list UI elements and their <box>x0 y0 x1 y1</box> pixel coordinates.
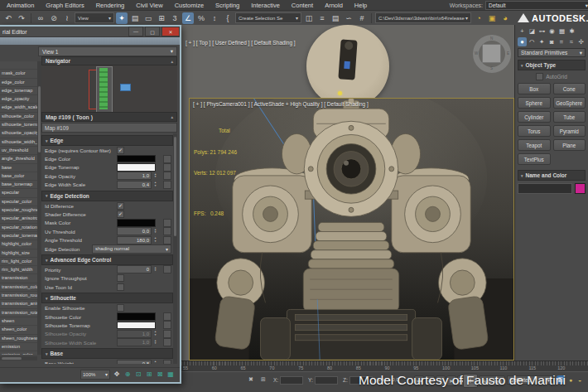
navigator-preview[interactable] <box>41 65 177 112</box>
edge-color-swatch[interactable] <box>117 155 156 163</box>
parameter-list-item[interactable]: transmission_color <box>0 283 37 292</box>
parameter-list-item[interactable]: transmission_rotati <box>0 309 37 317</box>
rendered-frame-icon[interactable]: ▣ <box>486 12 498 24</box>
viewcube[interactable]: N W E S <box>473 35 511 73</box>
base-weight-map-button[interactable] <box>163 360 171 364</box>
parameter-list-item[interactable]: specular_tonemap <box>0 232 37 240</box>
close-button[interactable]: ✕ <box>161 27 180 36</box>
parameter-list-item[interactable]: emission_color <box>0 351 37 355</box>
edge-width-map-button[interactable] <box>163 181 171 189</box>
silhouette-opacity-spinner[interactable]: 1,0 <box>117 330 152 338</box>
object-type-button[interactable]: GeoSphere <box>553 97 586 109</box>
parameter-list-item[interactable]: base_tonemap <box>0 181 37 189</box>
primitive-category-dropdown[interactable]: Standard Primitives▾ <box>518 48 586 57</box>
mask-color-swatch[interactable] <box>117 219 156 227</box>
parameter-list-item[interactable]: mask_color <box>0 70 37 78</box>
undo-icon[interactable]: ↶ <box>2 12 14 24</box>
object-type-button[interactable]: Torus <box>518 125 551 137</box>
base-weight-spinner[interactable]: 0,8 <box>117 360 152 364</box>
object-type-button[interactable]: Cone <box>553 83 586 94</box>
parameter-list-item[interactable]: base_color <box>0 172 37 181</box>
silhouette-rollout[interactable]: ▾ Silhouette <box>41 293 173 303</box>
silhouette-color-swatch[interactable] <box>117 312 156 321</box>
parameter-list-item[interactable]: specular <box>0 189 37 197</box>
pan-icon[interactable]: ✥ <box>113 370 121 379</box>
object-type-button[interactable]: Cylinder <box>518 111 551 123</box>
parameter-list-item[interactable]: transmission <box>0 274 37 283</box>
viewcube-face[interactable] <box>482 44 501 63</box>
hierarchy-tab-icon[interactable]: ⊶ <box>537 27 547 36</box>
parameter-list-item[interactable]: transmission_aniso <box>0 300 37 308</box>
menu-item[interactable]: Customize <box>175 2 204 9</box>
align-icon[interactable]: ≡ <box>316 12 328 24</box>
parameter-list-item[interactable]: silhouette_opacity <box>0 129 37 138</box>
id-difference-checkbox[interactable] <box>117 202 124 210</box>
parameter-list-item[interactable]: angle_threshold <box>0 155 37 163</box>
select-by-name-icon[interactable]: ▤ <box>129 12 141 24</box>
redo-icon[interactable]: ↷ <box>16 12 27 24</box>
parameter-list-item[interactable]: sheen <box>0 317 37 326</box>
zoom-extents-icon[interactable]: ⊞ <box>145 370 153 379</box>
helpers-icon[interactable]: ⌗ <box>557 37 566 46</box>
parameter-list-item[interactable] <box>0 61 37 70</box>
grid-icon[interactable]: ⊞ <box>259 375 267 384</box>
create-tab-icon[interactable]: + <box>518 27 527 36</box>
select-region-icon[interactable]: ▭ <box>142 12 154 24</box>
selection-set-dropdown[interactable]: Create Selection Se▾ <box>235 12 301 23</box>
menu-item[interactable]: Scripting <box>215 2 239 9</box>
view-tab[interactable]: View 1▾ <box>38 46 177 56</box>
silhouette-opacity-map-button[interactable] <box>163 330 171 338</box>
spinner-snap-icon[interactable]: ↕ <box>209 12 220 24</box>
silhouette-color-map-button[interactable] <box>163 312 171 321</box>
render-production-icon[interactable]: ◕ <box>499 12 511 24</box>
lock-selection-icon[interactable]: ✖ <box>247 375 255 384</box>
parameter-list-item[interactable]: edge_tonemap <box>0 87 37 95</box>
enable-silhouette-checkbox[interactable] <box>117 304 124 312</box>
parameter-list-item[interactable]: emission <box>0 343 37 351</box>
parameter-list-item[interactable]: specular_color <box>0 198 37 206</box>
parameter-list-item[interactable]: transmission_rough <box>0 292 37 300</box>
angle-threshold-spinner[interactable]: 180,0 <box>117 236 152 244</box>
ignore-throughput-checkbox[interactable] <box>117 274 124 282</box>
y-coordinate-field[interactable] <box>315 376 338 385</box>
object-type-button[interactable]: Box <box>518 83 551 94</box>
select-object-icon[interactable]: ✦ <box>116 12 128 24</box>
parameter-list-item[interactable]: sheen_roughness <box>0 335 37 343</box>
base-rollout[interactable]: ▾ Base <box>41 348 173 359</box>
zoom-region-icon[interactable]: ⊡ <box>134 370 142 379</box>
parameter-list-item[interactable]: edge_width_scale <box>0 104 37 112</box>
menu-item[interactable]: Interactive <box>251 2 280 9</box>
object-type-button[interactable]: TextPlus <box>518 153 551 165</box>
parameter-list-item[interactable]: edge_opacity <box>0 95 37 104</box>
object-type-button[interactable]: Tube <box>553 111 586 123</box>
zoom-extents-selected-icon[interactable]: ⊠ <box>156 370 164 379</box>
edge-opacity-map-button[interactable] <box>163 172 171 180</box>
shapes-icon[interactable]: ◠ <box>528 37 537 46</box>
parameter-list-item[interactable]: uv_threshold <box>0 147 37 155</box>
priority-spinner[interactable]: 0 <box>117 265 152 273</box>
edge-tonemap-swatch[interactable] <box>117 163 156 172</box>
parameter-list-item[interactable]: sheen_color <box>0 326 37 334</box>
parameter-list-item[interactable]: base <box>0 164 37 172</box>
parameter-list-item[interactable]: highlight_size <box>0 249 37 258</box>
selection-filter-dropdown[interactable]: View▾ <box>75 12 114 23</box>
notification-icon[interactable]: ◒ <box>576 375 584 384</box>
camera-viewport[interactable]: [ + ] [ PhysCamera001 ] [ ActiveShade + … <box>189 98 514 361</box>
priority-map-button[interactable] <box>163 265 171 273</box>
cameras-icon[interactable]: ◙ <box>547 37 557 46</box>
name-color-rollout[interactable]: ▾ Name and Color <box>518 170 586 181</box>
uv-threshold-map-button[interactable] <box>163 227 171 235</box>
edge-opacity-spinner[interactable]: 1,0 <box>117 172 152 180</box>
object-type-button[interactable]: Pyramid <box>553 125 586 137</box>
motion-tab-icon[interactable]: ◉ <box>547 27 557 36</box>
window-crossing-icon[interactable]: ⊞ <box>156 12 167 24</box>
use-toon-id-checkbox[interactable] <box>117 283 124 291</box>
object-name-input[interactable] <box>518 183 572 194</box>
named-selection-icon[interactable]: { <box>222 12 234 24</box>
snap-3d-icon[interactable]: 3 <box>169 12 181 24</box>
options-icon[interactable]: ▦ <box>166 370 175 379</box>
modify-tab-icon[interactable]: ◪ <box>528 27 537 36</box>
uv-threshold-spinner[interactable]: 0,0 <box>117 227 152 235</box>
spacewarps-icon[interactable]: ≈ <box>566 37 576 46</box>
parameter-list-hscrollbar[interactable] <box>0 356 37 361</box>
